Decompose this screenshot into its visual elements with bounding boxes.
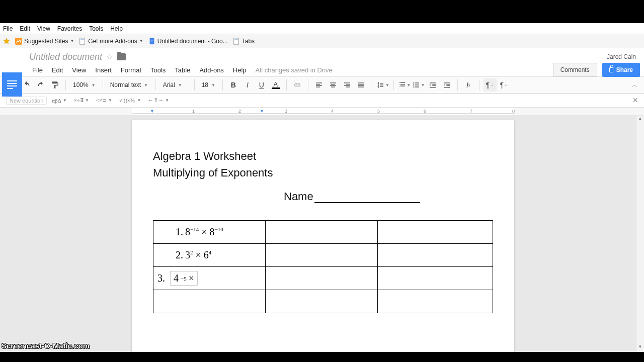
svg-point-10 xyxy=(413,82,414,83)
separator xyxy=(286,79,287,90)
answer-cell[interactable] xyxy=(265,290,377,313)
suggested-sites-icon xyxy=(15,38,22,45)
increase-indent-button[interactable] xyxy=(440,78,453,92)
problem-expression[interactable]: 8−14 × 8−10 xyxy=(185,226,223,238)
google-docs-logo[interactable] xyxy=(2,72,22,97)
problem-cell[interactable]: 3.4−5 × xyxy=(153,267,266,290)
formatting-toolbar: 100%▼ Normal text▼ Arial▼ 18▼ B I U A ▼ … xyxy=(0,76,644,94)
star-icon[interactable]: ☆ xyxy=(106,53,113,61)
line-spacing-button[interactable]: ▼ xyxy=(376,78,389,92)
clear-formatting-button[interactable]: Ix xyxy=(462,78,475,92)
answer-cell[interactable] xyxy=(265,221,377,244)
ruler-indent-marker[interactable]: ▼ xyxy=(150,109,154,114)
bookmark-suggested-sites[interactable]: Suggested Sites ▼ xyxy=(15,38,74,45)
user-name[interactable]: Jarod Cain xyxy=(607,53,636,60)
bulleted-list-button[interactable]: ▼ xyxy=(412,78,425,92)
letterbox-top xyxy=(0,0,644,23)
ruler-tab-marker[interactable]: ▼ xyxy=(260,109,264,114)
bookmark-label: Suggested Sites xyxy=(24,38,68,45)
decrease-indent-button[interactable] xyxy=(426,78,439,92)
horizontal-ruler[interactable]: ▼ 1 2 ▼ 3 4 5 6 7 8 xyxy=(0,108,644,116)
align-right-button[interactable] xyxy=(341,78,354,92)
ruler-number: 4 xyxy=(331,109,334,114)
document-canvas[interactable]: Algebra 1 Worksheet Multiplying of Expon… xyxy=(0,116,644,352)
browser-menu-help[interactable]: Help xyxy=(110,25,123,32)
eq-greek-letters[interactable]: αβΔ▼ xyxy=(50,98,68,104)
problem-expression[interactable]: 4−5 × xyxy=(170,271,198,286)
browser-menu-tools[interactable]: Tools xyxy=(89,25,103,32)
menu-format[interactable]: Format xyxy=(117,65,145,75)
name-underline xyxy=(314,192,420,203)
new-equation-button[interactable]: New equation xyxy=(6,97,47,105)
bookmark-untitled-doc-tab[interactable]: Untitled document - Goo... xyxy=(148,38,228,45)
menu-insert[interactable]: Insert xyxy=(91,65,116,75)
bookmark-tabs[interactable]: Tabs xyxy=(233,38,255,45)
menu-addons[interactable]: Add-ons xyxy=(195,65,227,75)
browser-menu-edit[interactable]: Edit xyxy=(20,25,30,32)
vertical-scrollbar[interactable]: ▴ ▾ xyxy=(636,116,644,352)
menu-file[interactable]: File xyxy=(28,65,47,75)
browser-menu-bar: File Edit View Favorites Tools Help xyxy=(0,23,644,34)
table-row[interactable]: 3.4−5 × xyxy=(153,267,493,290)
answer-cell[interactable] xyxy=(377,244,493,267)
menu-edit[interactable]: Edit xyxy=(48,65,67,75)
ltr-button[interactable]: ¶→ xyxy=(484,78,497,92)
table-row[interactable] xyxy=(153,290,493,313)
ruler-number: 5 xyxy=(377,109,380,114)
paint-format-button[interactable] xyxy=(48,78,61,92)
browser-menu-file[interactable]: File xyxy=(3,25,13,32)
menu-table[interactable]: Table xyxy=(171,65,194,75)
scroll-down-button[interactable]: ▾ xyxy=(636,344,644,352)
menu-tools[interactable]: Tools xyxy=(146,65,170,75)
rtl-button[interactable]: ¶← xyxy=(498,78,511,92)
zoom-select[interactable]: 100%▼ xyxy=(70,79,99,91)
scroll-up-button[interactable]: ▴ xyxy=(636,116,644,124)
menu-view[interactable]: View xyxy=(68,65,90,75)
collapse-toolbar-button[interactable]: ︿ xyxy=(631,80,638,89)
align-justify-button[interactable] xyxy=(355,78,368,92)
numbered-list-button[interactable]: ▼ xyxy=(398,78,411,92)
problems-table[interactable]: 1.8−14 × 8−102.32 × 643.4−5 × xyxy=(153,220,493,313)
font-family-select[interactable]: Arial▼ xyxy=(160,79,190,91)
document-title[interactable]: Untitled document xyxy=(29,52,102,62)
answer-cell[interactable] xyxy=(265,267,377,290)
eq-arrows[interactable]: ←⇑→▼ xyxy=(146,97,171,104)
answer-cell[interactable] xyxy=(377,267,493,290)
font-size-select[interactable]: 18▼ xyxy=(199,79,218,91)
folder-icon[interactable] xyxy=(117,53,126,60)
table-row[interactable]: 2.32 × 64 xyxy=(153,244,493,267)
style-value: Normal text xyxy=(110,81,141,88)
align-left-button[interactable] xyxy=(312,78,326,92)
comments-button[interactable]: Comments xyxy=(553,63,597,77)
favorites-star-icon[interactable] xyxy=(3,38,10,45)
text-color-button[interactable]: A xyxy=(269,78,282,92)
underline-button[interactable]: U xyxy=(255,78,268,92)
doc-heading-2[interactable]: Multiplying of Exponents xyxy=(153,164,493,181)
close-equation-bar-button[interactable]: × xyxy=(632,95,638,106)
redo-button[interactable] xyxy=(34,78,47,92)
browser-menu-favorites[interactable]: Favorites xyxy=(57,25,82,32)
bold-button[interactable]: B xyxy=(227,78,240,92)
doc-heading-1[interactable]: Algebra 1 Worksheet xyxy=(153,148,493,164)
eq-math-ops[interactable]: √ ()x ²⁄ₓ▼ xyxy=(117,97,143,104)
answer-cell[interactable] xyxy=(265,244,377,267)
align-center-button[interactable] xyxy=(327,78,340,92)
insert-link-button[interactable] xyxy=(291,78,304,92)
browser-menu-view[interactable]: View xyxy=(37,25,50,32)
paragraph-style-select[interactable]: Normal text▼ xyxy=(107,79,151,91)
answer-cell[interactable] xyxy=(377,221,493,244)
problem-cell[interactable]: 1.8−14 × 8−10 xyxy=(153,221,266,244)
problem-cell[interactable] xyxy=(153,290,266,313)
document-page[interactable]: Algebra 1 Worksheet Multiplying of Expon… xyxy=(132,120,514,352)
bookmark-get-addons[interactable]: Get more Add-ons ▼ xyxy=(79,38,143,45)
eq-operators[interactable]: ×÷∃▼ xyxy=(72,97,91,104)
eq-relations[interactable]: <≠⊃▼ xyxy=(94,97,114,104)
problem-expression[interactable]: 32 × 64 xyxy=(185,249,211,261)
name-field-line[interactable]: Name xyxy=(284,190,493,203)
table-row[interactable]: 1.8−14 × 8−10 xyxy=(153,221,493,244)
italic-button[interactable]: I xyxy=(241,78,254,92)
answer-cell[interactable] xyxy=(377,290,493,313)
share-button[interactable]: Share xyxy=(602,63,640,77)
problem-cell[interactable]: 2.32 × 64 xyxy=(153,244,266,267)
menu-help[interactable]: Help xyxy=(229,65,251,75)
